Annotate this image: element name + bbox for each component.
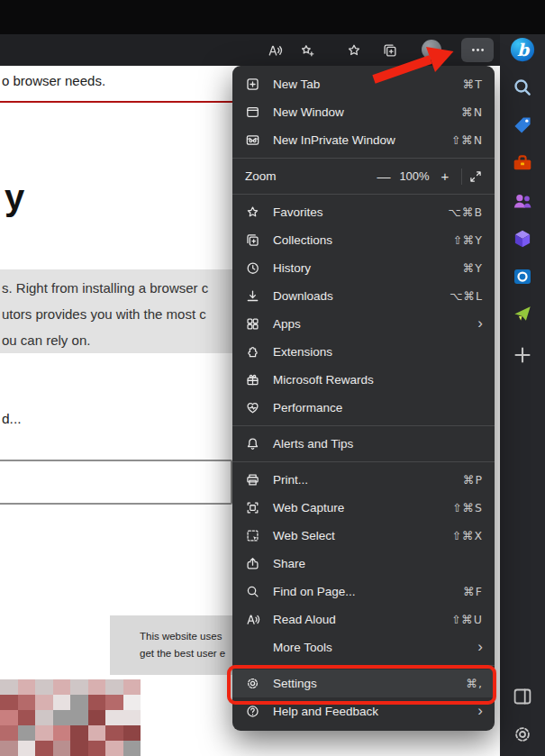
inprivate-icon [245,132,260,148]
menu-item-read-aloud[interactable]: Read Aloud⇧⌘U [232,606,495,633]
menu-item-new-inprivate-window[interactable]: New InPrivate Window⇧⌘N [232,126,495,154]
games-icon[interactable] [512,228,533,250]
mosaic-cell [53,679,71,695]
menu-item-label: New Window [273,105,461,119]
annotation-highlight-settings [227,665,496,705]
search-icon[interactable] [512,77,533,98]
add-favorite-icon[interactable] [299,42,315,59]
favorites-star-icon[interactable] [346,42,362,59]
drop-icon[interactable] [512,303,533,324]
menu-item-web-capture[interactable]: Web Capture⇧⌘S [232,494,495,522]
menu-item-label: Help and Feedback [273,705,477,718]
tools-icon[interactable] [512,152,533,174]
menu-item-new-window[interactable]: New Window⌘N [232,98,495,126]
web-capture-icon [245,500,260,515]
mosaic-cell [18,725,36,741]
favorites-icon [245,205,260,220]
page-text-fragment: o browser needs. [2,73,105,88]
mosaic-cell [88,695,106,710]
mosaic-cell [0,695,18,710]
menu-item-label: Print... [273,473,463,487]
zoom-separator [461,169,462,185]
menu-item-shortcut: ⇧⌘N [451,133,483,147]
mosaic-cell [88,741,106,756]
mosaic-cell [123,710,141,725]
mosaic-cell [0,679,18,695]
mosaic-cell [123,679,141,695]
plus-icon[interactable] [512,344,533,366]
menu-item-favorites[interactable]: Favorites⌥⌘B [232,198,495,226]
menu-item-shortcut: ⇧⌘Y [452,233,483,247]
people-icon[interactable] [512,190,533,212]
menu-item-downloads[interactable]: Downloads⌥⌘L [232,282,495,310]
history-icon [245,260,260,276]
menu-item-find-on-page[interactable]: Find on Page...⌘F [232,578,495,606]
blank-icon [245,640,260,655]
menu-item-shortcut: ⌥⌘L [450,289,483,303]
menu-divider [232,194,495,195]
mosaic-cell [35,710,53,725]
rewards-icon [245,372,260,387]
svg-text:b: b [517,40,531,59]
mosaic-cell [53,695,71,710]
settings-and-more-menu: New Tab⌘TNew Window⌘NNew InPrivate Windo… [232,66,495,731]
menu-item-shortcut: ⌘P [463,473,483,487]
chevron-right-icon: › [477,703,483,720]
menu-item-collections[interactable]: Collections⇧⌘Y [232,226,495,254]
menu-item-label: Collections [273,233,452,247]
menu-item-label: Extensions [273,345,483,359]
mosaic-cell [53,710,71,725]
mosaic-cell [70,725,88,741]
print-icon [245,472,260,487]
zoom-out-button[interactable]: — [372,169,395,184]
fullscreen-icon[interactable] [468,169,483,184]
menu-item-shortcut: ⌘Y [463,261,483,275]
bing-icon[interactable]: b [509,36,536,63]
mosaic-cell [70,710,88,725]
mosaic-cell [35,679,53,695]
mosaic-cell [123,725,141,741]
mosaic-cell [105,725,123,741]
edge-browser-window: o browser needs. y s. Right from install… [0,0,545,756]
mosaic-cell [70,741,88,756]
menu-item-alerts-and-tips[interactable]: Alerts and Tips [232,430,495,458]
mosaic-cell [70,679,88,695]
page-input-field[interactable] [0,460,232,505]
menu-item-label: Performance [273,401,483,414]
menu-item-performance[interactable]: Performance [232,394,495,422]
menu-item-shortcut: ⌘F [463,585,483,598]
read-aloud-icon[interactable] [267,42,283,59]
sidebar-panel-icon[interactable] [512,686,533,707]
menu-item-label: Web Select [273,529,451,542]
menu-divider [232,425,495,426]
collections-icon [245,232,260,248]
menu-item-extensions[interactable]: Extensions [232,338,495,366]
mosaic-cell [88,679,106,695]
menu-item-label: Downloads [273,289,450,303]
menu-item-web-select[interactable]: Web Select⇧⌘X [232,522,495,550]
apps-icon [245,316,260,332]
mosaic-cell [35,695,53,710]
mosaic-cell [53,741,71,756]
menu-item-more-tools[interactable]: More Tools› [232,633,495,661]
menu-item-print[interactable]: Print...⌘P [232,466,495,494]
menu-item-label: Find on Page... [273,585,463,598]
menu-item-history[interactable]: History⌘Y [232,254,495,282]
mosaic-cell [18,695,36,710]
menu-item-apps[interactable]: Apps› [232,310,495,338]
menu-divider [232,158,495,159]
mosaic-cell [0,741,18,756]
outlook-icon[interactable] [512,266,533,287]
menu-item-share[interactable]: Share [232,550,495,578]
window-titlebar [0,0,545,34]
gear-icon[interactable] [512,724,533,745]
menu-item-label: Alerts and Tips [273,437,483,451]
chevron-right-icon: › [477,639,483,656]
menu-item-shortcut: ⇧⌘X [451,529,483,542]
menu-item-microsoft-rewards[interactable]: Microsoft Rewards [232,366,495,394]
mosaic-cell [88,725,106,741]
shopping-icon[interactable] [512,114,533,136]
more-dots-icon [470,42,486,58]
zoom-in-button[interactable]: + [433,169,457,184]
extensions-icon [245,344,260,360]
